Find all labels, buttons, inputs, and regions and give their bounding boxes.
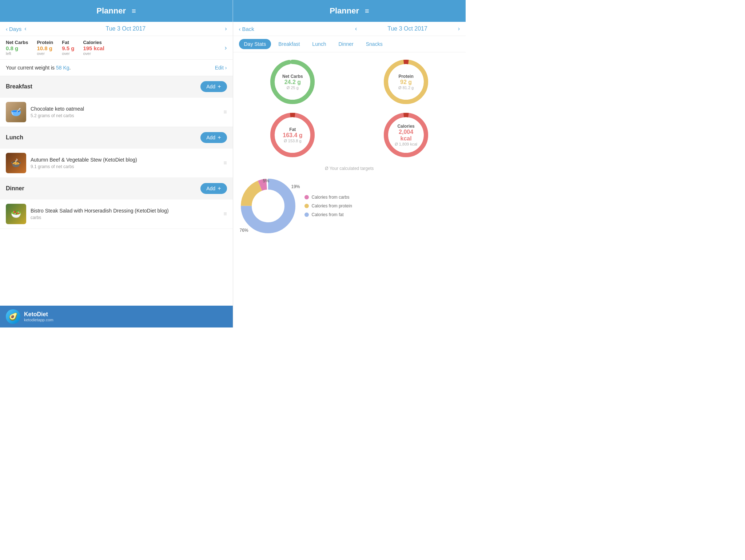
macro-pie-chart: 5% 19% 76% <box>239 177 297 235</box>
plus-icon: + <box>218 134 221 141</box>
food-item[interactable]: 🥣 Chocolate keto oatmeal 5.2 grams of ne… <box>0 97 233 127</box>
meal-section-dinner: Dinner Add + 🥗 Bistro Steak Salad with H… <box>0 178 233 229</box>
food-name: Bistro Steak Salad with Horseradish Dres… <box>31 208 219 214</box>
calories-value: 195 kcal <box>83 45 104 51</box>
protein-label: Protein <box>37 40 53 45</box>
chart-card-calories: Calories 2,004 kcal Ø 1,809 kcal <box>352 111 460 159</box>
chart-label: Net Carbs <box>282 74 303 79</box>
food-name: Chocolate keto oatmeal <box>31 106 219 112</box>
food-item[interactable]: 🍲 Autumn Beef & Vegetable Stew (KetoDiet… <box>0 148 233 178</box>
left-date: Tue 3 Oct 2017 <box>29 25 222 32</box>
weight-value: 58 Kg <box>56 65 69 71</box>
chart-sub: Ø 25 g <box>282 86 303 90</box>
tab-snacks[interactable]: Snacks <box>361 39 388 49</box>
chart-value: 92 g <box>398 79 414 86</box>
logo-url: ketodietapp.com <box>24 318 53 322</box>
logo-bar: 🥑 KetoDiet ketodietapp.com <box>0 306 233 327</box>
food-info: Chocolate keto oatmeal 5.2 grams of net … <box>31 106 219 118</box>
logo-icon: 🥑 <box>6 309 20 324</box>
stat-fat: Fat 9.5 g over <box>62 40 74 56</box>
legend-item: Calories from fat <box>304 212 352 217</box>
food-carbs: 9.1 grams of net carbs <box>31 164 219 169</box>
back-button[interactable]: ‹ Back <box>239 26 254 32</box>
macro-legend: Calories from carbs Calories from protei… <box>304 195 352 217</box>
drag-handle-icon[interactable]: ≡ <box>223 211 227 217</box>
tab-lunch[interactable]: Lunch <box>307 39 331 49</box>
legend-label: Calories from fat <box>312 212 344 217</box>
legend-item: Calories from protein <box>304 203 352 208</box>
days-nav[interactable]: ‹ Days <box>6 26 21 32</box>
add-meal-dinner-button[interactable]: Add + <box>200 183 227 194</box>
chart-sub: Ø 153.8 g <box>283 139 302 143</box>
meal-section-lunch: Lunch Add + 🍲 Autumn Beef & Vegetable St… <box>0 127 233 178</box>
drag-handle-icon[interactable]: ≡ <box>223 109 227 115</box>
pie-label-76: 76% <box>240 228 248 233</box>
plus-icon: + <box>218 83 221 90</box>
food-thumb-image: 🥗 <box>6 204 26 224</box>
donut-wrapper: Calories 2,004 kcal Ø 1,809 kcal <box>382 111 430 159</box>
header-left: Planner ≡ <box>0 0 232 22</box>
add-meal-breakfast-button[interactable]: Add + <box>200 81 227 92</box>
fat-value: 9.5 g <box>62 45 74 51</box>
stat-calories: Calories 195 kcal over <box>83 40 104 56</box>
right-date-next-icon[interactable]: › <box>458 25 460 32</box>
edit-arrow-icon: › <box>225 65 227 71</box>
tab-breakfast[interactable]: Breakfast <box>273 39 305 49</box>
plus-icon: + <box>218 185 221 192</box>
food-thumb-image: 🥣 <box>6 102 26 122</box>
logo-text: KetoDiet ketodietapp.com <box>24 311 53 322</box>
chart-value: 163.4 g <box>283 132 302 139</box>
date-prev-icon[interactable]: ‹ <box>24 25 26 32</box>
chevron-left-days-icon: ‹ <box>6 26 8 32</box>
right-header-title: Planner <box>330 6 359 16</box>
pie-label-5: 5% <box>263 178 269 183</box>
right-date-prev-icon[interactable]: ‹ <box>355 25 357 32</box>
food-thumbnail: 🥗 <box>6 204 26 224</box>
chart-label: Protein <box>398 74 414 79</box>
days-label[interactable]: Days <box>9 26 21 32</box>
right-panel: ‹ Back ‹ Tue 3 Oct 2017 › Day StatsBreak… <box>233 22 466 327</box>
food-carbs: 5.2 grams of net carbs <box>31 113 219 118</box>
left-header-title: Planner <box>96 6 126 16</box>
back-label[interactable]: Back <box>242 26 254 32</box>
donut-center: Protein 92 g Ø 81.2 g <box>398 74 414 90</box>
protein-sub: over <box>37 51 44 56</box>
drag-handle-icon[interactable]: ≡ <box>223 160 227 166</box>
weight-row: Your current weight is 58 Kg. Edit › <box>0 60 233 76</box>
fat-label: Fat <box>62 40 69 45</box>
add-meal-lunch-button[interactable]: Add + <box>200 132 227 143</box>
weight-text: Your current weight is 58 Kg. <box>6 65 71 71</box>
stat-protein: Protein 10.8 g over <box>37 40 53 56</box>
food-carbs: carbs <box>31 215 219 220</box>
tab-dinner[interactable]: Dinner <box>334 39 359 49</box>
header-right: Planner ≡ <box>233 0 466 22</box>
top-header: Planner ≡ Planner ≡ <box>0 0 466 22</box>
donut-wrapper: Fat 163.4 g Ø 153.8 g <box>269 111 316 159</box>
logo-name: KetoDiet <box>24 311 53 318</box>
food-info: Autumn Beef & Vegetable Stew (KetoDiet b… <box>31 157 219 169</box>
macro-section: 5% 19% 76% Calories from carbs Calories … <box>233 174 466 241</box>
stats-arrow-icon[interactable]: › <box>225 44 227 52</box>
meal-title-dinner: Dinner <box>6 185 24 192</box>
tab-day-stats[interactable]: Day Stats <box>239 39 271 49</box>
edit-label[interactable]: Edit <box>215 65 224 71</box>
left-hamburger-icon[interactable]: ≡ <box>132 7 136 15</box>
legend-label: Calories from protein <box>312 203 352 208</box>
legend-dot <box>304 195 309 199</box>
food-thumb-image: 🍲 <box>6 153 26 173</box>
back-chevron-icon: ‹ <box>239 26 241 32</box>
target-note: Ø Your calculated targets <box>233 164 466 174</box>
donut-center: Fat 163.4 g Ø 153.8 g <box>283 127 302 143</box>
right-hamburger-icon[interactable]: ≡ <box>365 7 369 15</box>
chart-sub: Ø 1,809 kcal <box>394 142 418 146</box>
meals-container: Breakfast Add + 🥣 Chocolate keto oatmeal… <box>0 76 233 229</box>
food-item[interactable]: 🥗 Bistro Steak Salad with Horseradish Dr… <box>0 199 233 229</box>
edit-weight-button[interactable]: Edit › <box>215 65 227 71</box>
chart-label: Calories <box>394 124 418 129</box>
net-carbs-sub: left <box>6 51 11 56</box>
date-next-icon[interactable]: › <box>225 25 227 32</box>
chart-card-net-carbs: Net Carbs 24.2 g Ø 25 g <box>239 58 347 106</box>
meal-header-dinner: Dinner Add + <box>0 178 233 199</box>
main-content: ‹ Days ‹ Tue 3 Oct 2017 › Net Carbs 0.8 … <box>0 22 466 327</box>
food-thumbnail: 🍲 <box>6 153 26 173</box>
